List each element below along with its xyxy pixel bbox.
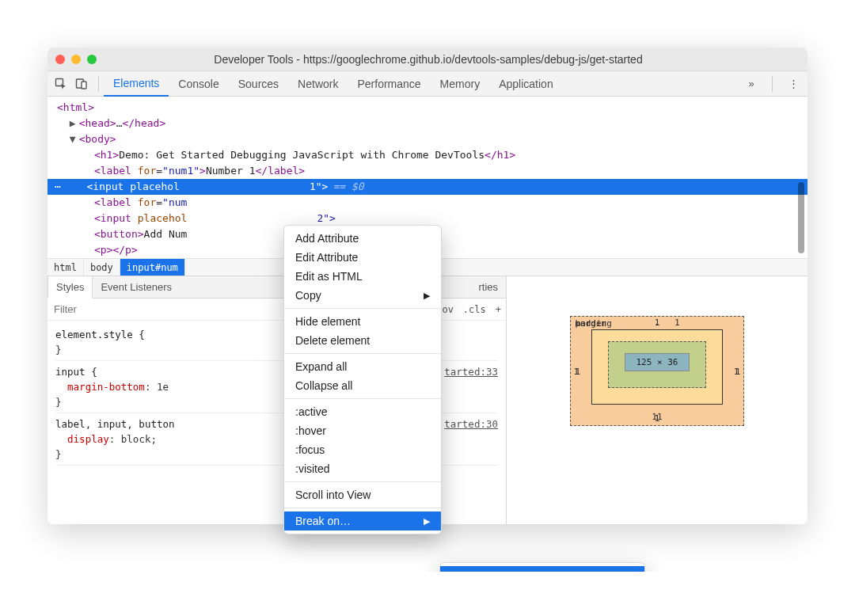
subtab-event-listeners[interactable]: Event Listeners	[93, 276, 180, 298]
minimize-icon[interactable]	[71, 55, 81, 64]
more-menu-icon[interactable]: ⋮	[784, 74, 803, 93]
traffic-lights	[55, 55, 97, 64]
ctx-edit-attribute[interactable]: Edit Attribute	[284, 248, 441, 267]
svg-rect-2	[82, 82, 86, 89]
dom-node-body[interactable]: ▼<body>	[48, 131, 808, 147]
device-toggle-icon[interactable]	[73, 75, 90, 93]
bm-content: 125 × 36	[625, 353, 690, 371]
tab-sources[interactable]: Sources	[229, 71, 288, 97]
ctx-add-attribute[interactable]: Add Attribute	[284, 229, 441, 248]
titlebar: Developer Tools - https://googlechrome.g…	[48, 48, 808, 71]
panel-tabs: Elements Console Sources Network Perform…	[104, 71, 563, 97]
tabs-overflow-button[interactable]: »	[742, 74, 761, 93]
ctx-expand-all[interactable]: Expand all	[284, 357, 441, 376]
rule-source-link[interactable]: tarted:33	[444, 364, 498, 379]
ctx-subtree-modifications[interactable]: subtree modifications	[440, 566, 644, 572]
breadcrumb-body[interactable]: body	[84, 259, 120, 276]
tab-application[interactable]: Application	[489, 71, 563, 97]
breadcrumb-input[interactable]: input#num	[120, 259, 185, 276]
devtools-window: Developer Tools - https://googlechrome.g…	[48, 48, 808, 524]
tab-memory[interactable]: Memory	[431, 71, 490, 97]
ctx-scroll-into-view[interactable]: Scroll into View	[284, 485, 441, 504]
dom-node-html[interactable]: <html>	[48, 100, 808, 116]
dom-node-selected[interactable]: ⋯ <input placehol 1"> == $0	[48, 179, 808, 195]
main-toolbar: Elements Console Sources Network Perform…	[48, 71, 808, 97]
bm-border-top: 1	[655, 318, 660, 328]
bm-padding-bottom: 1	[655, 413, 660, 424]
zoom-icon[interactable]	[87, 55, 97, 64]
collapse-arrow-icon[interactable]: ▼	[70, 131, 79, 147]
ctx-visited[interactable]: :visited	[284, 459, 441, 478]
toolbar-separator	[772, 76, 773, 92]
dom-node-label-1[interactable]: <label for="num1">Number 1</label>	[48, 163, 808, 179]
ctx-collapse-all[interactable]: Collapse all	[284, 376, 441, 395]
close-icon[interactable]	[55, 55, 65, 64]
break-on-submenu: subtree modifications attribute modifica…	[439, 562, 645, 572]
selected-ellipsis-icon: ⋯	[48, 179, 68, 195]
dom-node-input-2[interactable]: <input placehol2">	[48, 211, 808, 226]
ctx-separator	[284, 481, 441, 482]
ctx-edit-as-html[interactable]: Edit as HTML	[284, 267, 441, 286]
dom-node-head[interactable]: ▶<head>…</head>	[48, 116, 808, 131]
ctx-separator	[284, 308, 441, 309]
bm-padding-top: 1	[674, 318, 680, 328]
ctx-break-on[interactable]: Break on…▶	[284, 511, 441, 530]
submenu-arrow-icon: ▶	[424, 516, 430, 527]
subtab-styles[interactable]: Styles	[48, 276, 93, 298]
submenu-arrow-icon: ▶	[424, 291, 430, 301]
tab-network[interactable]: Network	[288, 71, 348, 97]
ctx-hide-element[interactable]: Hide element	[284, 312, 441, 331]
ctx-separator	[284, 398, 441, 399]
dom-node-h1[interactable]: <h1>Demo: Get Started Debugging JavaScri…	[48, 147, 808, 163]
breadcrumb-html[interactable]: html	[48, 259, 84, 276]
expand-arrow-icon[interactable]: ▶	[70, 116, 79, 131]
bm-padding-right: 1	[734, 366, 739, 376]
bm-padding-left: 1	[576, 366, 581, 376]
tab-console[interactable]: Console	[169, 71, 228, 97]
ctx-separator	[284, 353, 441, 354]
toolbar-separator	[98, 76, 99, 92]
ctx-hover[interactable]: :hover	[284, 421, 441, 440]
cls-toggle[interactable]: .cls	[458, 304, 491, 315]
box-model[interactable]: margin - 11 border 1 1 1 1 padding 1	[570, 316, 745, 426]
ctx-delete-element[interactable]: Delete element	[284, 331, 441, 350]
new-rule-button[interactable]: +	[491, 304, 506, 315]
ctx-separator	[284, 508, 441, 508]
rule-source-link[interactable]: tarted:30	[444, 416, 498, 432]
subtab-properties-tail[interactable]: rties	[470, 276, 506, 298]
tab-elements[interactable]: Elements	[104, 71, 169, 97]
context-menu: Add Attribute Edit Attribute Edit as HTM…	[283, 225, 442, 534]
ctx-active[interactable]: :active	[284, 402, 441, 421]
ctx-copy[interactable]: Copy▶	[284, 286, 441, 305]
inspect-icon[interactable]	[52, 75, 70, 93]
bm-padding-label: padding	[576, 318, 612, 329]
dom-node-label-2[interactable]: <label for="num	[48, 195, 808, 211]
ctx-focus[interactable]: :focus	[284, 440, 441, 459]
window-title: Developer Tools - https://googlechrome.g…	[104, 53, 752, 66]
scrollbar-thumb[interactable]	[798, 182, 804, 253]
tab-performance[interactable]: Performance	[348, 71, 430, 97]
equals-dollar-zero: == $0	[332, 179, 363, 195]
box-model-pane: margin - 11 border 1 1 1 1 padding 1	[507, 276, 808, 524]
